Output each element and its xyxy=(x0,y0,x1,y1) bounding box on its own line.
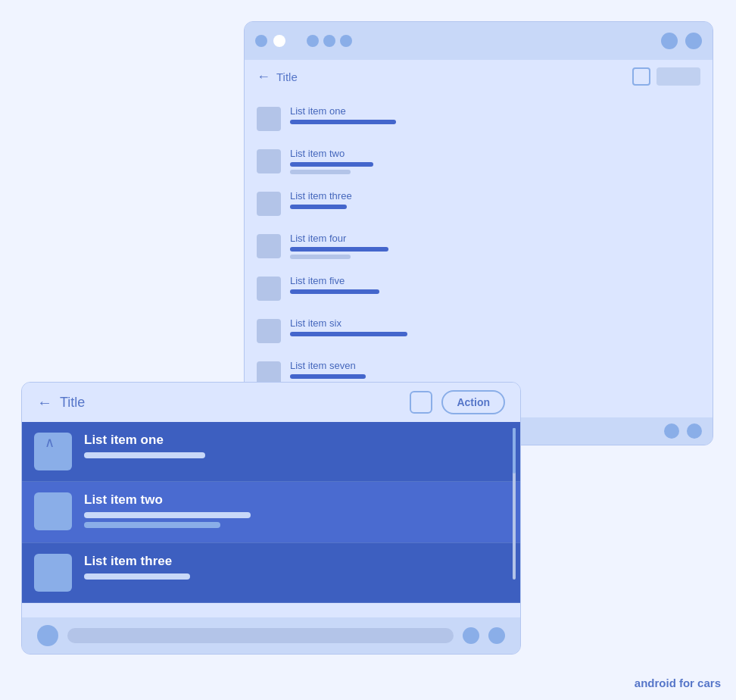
back-item-content-3: List item three xyxy=(290,190,700,212)
bottom-circle-1 xyxy=(37,625,58,646)
back-item-title-6: List item six xyxy=(290,317,700,329)
back-item-bar-4a xyxy=(290,247,388,252)
front-list: List item one List item two List item th… xyxy=(22,422,520,603)
front-item-bar-2a xyxy=(84,512,251,518)
back-item-content-4: List item four xyxy=(290,233,700,262)
back-item-bar-5 xyxy=(290,289,379,294)
front-item-bar-3 xyxy=(84,573,190,580)
scroll-thumb xyxy=(513,428,516,473)
back-list-item-2[interactable]: List item two xyxy=(245,142,713,184)
bottom-circle-3 xyxy=(488,627,505,644)
back-item-title-3: List item three xyxy=(290,190,700,202)
bottom-pill xyxy=(67,628,454,643)
front-item-content-2: List item two xyxy=(84,492,508,532)
title-bar-right-dot-2 xyxy=(685,33,702,49)
front-item-bar-1 xyxy=(84,452,205,458)
back-item-bar-2b xyxy=(290,170,351,174)
back-list: List item one List item two List item th… xyxy=(245,93,713,402)
front-app-bar: ← Title Action xyxy=(22,383,520,422)
back-icon-button[interactable] xyxy=(632,67,650,86)
back-thumb-6 xyxy=(257,319,281,343)
back-item-content-2: List item two xyxy=(290,148,700,177)
back-item-title-2: List item two xyxy=(290,148,700,159)
back-list-item-1[interactable]: List item one xyxy=(245,99,713,142)
title-bar-dot-5 xyxy=(340,35,352,47)
title-bar-dot-2 xyxy=(273,35,285,47)
back-app-bar: ← Title xyxy=(245,60,713,93)
back-action-button[interactable] xyxy=(656,67,700,86)
back-title-bar xyxy=(245,22,713,60)
back-button-icon[interactable]: ← xyxy=(257,69,270,85)
back-bottom-right xyxy=(664,423,702,439)
back-thumb-5 xyxy=(257,277,281,301)
front-app-bar-right: Action xyxy=(410,390,505,414)
back-list-item-4[interactable]: List item four xyxy=(245,227,713,269)
title-bar-right xyxy=(661,33,702,49)
back-item-bar-6 xyxy=(290,332,407,336)
back-app-title: Title xyxy=(276,70,298,83)
front-thumb-3 xyxy=(34,554,72,592)
front-action-button[interactable]: Action xyxy=(441,390,505,414)
back-thumb-1 xyxy=(257,107,281,131)
back-item-bar-2a xyxy=(290,162,373,167)
back-list-item-6[interactable]: List item six xyxy=(245,311,713,354)
back-thumb-4 xyxy=(257,234,281,258)
back-item-title-4: List item four xyxy=(290,233,700,244)
back-list-item-5[interactable]: List item five xyxy=(245,269,713,311)
front-item-content-3: List item three xyxy=(84,554,508,583)
back-item-bar-1 xyxy=(290,120,396,124)
front-item-title-2: List item two xyxy=(84,492,508,508)
title-bar-dots-group xyxy=(307,35,352,47)
title-bar-dot-4 xyxy=(323,35,335,47)
back-item-title-7: List item seven xyxy=(290,360,700,371)
title-bar-dot-1 xyxy=(255,35,267,47)
back-item-bar-3 xyxy=(290,205,347,209)
back-bottom-circle-1 xyxy=(664,423,679,439)
title-bar-right-dot-1 xyxy=(661,33,678,49)
back-item-content-1: List item one xyxy=(290,105,700,127)
back-item-content-5: List item five xyxy=(290,275,700,297)
front-list-item-1[interactable]: List item one xyxy=(22,422,520,482)
back-item-title-1: List item one xyxy=(290,105,700,117)
front-list-item-2[interactable]: List item two xyxy=(22,482,520,543)
back-list-item-3[interactable]: List item three xyxy=(245,184,713,227)
back-item-bar-4b xyxy=(290,255,351,259)
front-item-bar-2b xyxy=(84,522,220,528)
back-bottom-circle-2 xyxy=(687,423,702,439)
front-window: ← Title Action ∧ List item one List item… xyxy=(21,382,521,655)
back-item-content-6: List item six xyxy=(290,317,700,339)
front-bottom-bar xyxy=(22,617,520,654)
front-item-title-3: List item three xyxy=(84,554,508,569)
back-item-bar-7 xyxy=(290,374,366,379)
front-item-title-1: List item one xyxy=(84,433,508,448)
back-item-content-7: List item seven xyxy=(290,360,700,382)
afc-label: android for cars xyxy=(635,677,721,689)
back-thumb-2 xyxy=(257,149,281,173)
chevron-up-icon[interactable]: ∧ xyxy=(45,434,55,451)
bottom-circle-2 xyxy=(463,627,479,644)
front-item-content-1: List item one xyxy=(84,433,508,462)
front-app-title: Title xyxy=(60,395,85,411)
scroll-indicator[interactable] xyxy=(513,428,516,580)
front-thumb-2 xyxy=(34,492,72,530)
back-thumb-3 xyxy=(257,192,281,216)
front-list-item-3[interactable]: List item three xyxy=(22,543,520,603)
front-back-icon[interactable]: ← xyxy=(37,394,52,411)
back-item-title-5: List item five xyxy=(290,275,700,286)
back-app-bar-right xyxy=(632,67,700,86)
front-icon-button[interactable] xyxy=(410,391,432,414)
title-bar-dot-3 xyxy=(307,35,319,47)
